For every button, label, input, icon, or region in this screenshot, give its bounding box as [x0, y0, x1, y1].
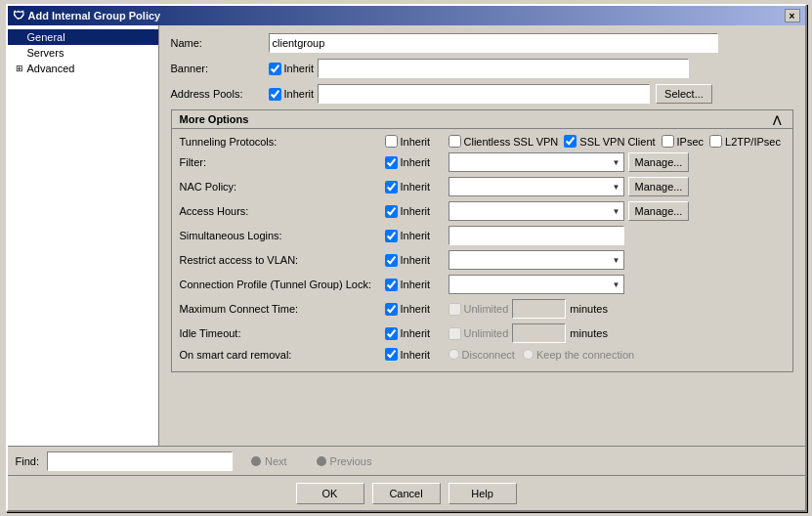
- sim-logins-inherit: Inherit: [385, 230, 449, 242]
- sidebar-item-servers[interactable]: Servers: [8, 45, 158, 61]
- sidebar-item-advanced[interactable]: ⊞ Advanced: [8, 61, 158, 76]
- select-button[interactable]: Select...: [656, 84, 712, 104]
- idle-timeout-unlimited-label: Unlimited: [449, 327, 509, 340]
- close-button[interactable]: ×: [785, 9, 800, 22]
- address-pools-label: Address Pools:: [171, 88, 269, 100]
- main-panel: Name: Banner: Inherit Address Pools: Inh…: [159, 25, 805, 446]
- nac-policy-label: NAC Policy:: [180, 181, 385, 193]
- tunneling-inherit: Inherit: [385, 135, 449, 148]
- sidebar: General Servers ⊞ Advanced: [8, 25, 159, 446]
- previous-button[interactable]: Previous: [306, 452, 383, 471]
- access-hours-row: Access Hours: Inherit ▼ Manage...: [180, 201, 785, 221]
- restrict-vlan-inherit-text: Inherit: [401, 254, 431, 266]
- access-hours-dropdown[interactable]: ▼: [449, 201, 624, 221]
- find-label: Find:: [16, 455, 39, 467]
- filter-dropdown[interactable]: ▼: [449, 152, 624, 172]
- sim-logins-input[interactable]: [449, 226, 624, 245]
- nac-manage-button[interactable]: Manage...: [628, 177, 690, 196]
- clientless-ssl-checkbox[interactable]: [449, 135, 461, 148]
- ssl-vpn-client-checkbox[interactable]: [564, 135, 577, 148]
- conn-profile-inherit-checkbox[interactable]: [385, 279, 398, 291]
- ssl-vpn-client-text: SSL VPN Client: [579, 136, 655, 148]
- help-button[interactable]: Help: [449, 483, 517, 504]
- address-pools-row: Address Pools: Inherit Select...: [171, 84, 793, 104]
- restrict-vlan-inherit: Inherit: [385, 254, 449, 267]
- l2tp-ipsec-label: L2TP/IPsec: [709, 135, 781, 148]
- tunneling-protocols-label: Tunneling Protocols:: [180, 136, 385, 148]
- tunneling-inherit-checkbox[interactable]: [385, 135, 398, 148]
- address-pools-inherit-label: Inherit: [269, 88, 315, 101]
- ipsec-checkbox[interactable]: [662, 135, 674, 148]
- max-connect-time-label: Maximum Connect Time:: [180, 303, 385, 315]
- smart-card-inherit-checkbox[interactable]: [385, 348, 398, 361]
- more-options-box: More Options ⋀ Tunneling Protocols: Inhe…: [171, 109, 793, 372]
- connection-profile-row: Connection Profile (Tunnel Group) Lock: …: [180, 275, 785, 294]
- nac-inherit-checkbox[interactable]: [385, 181, 398, 194]
- expand-icon: ⊞: [16, 64, 23, 73]
- filter-row: Filter: Inherit ▼ Manage...: [180, 152, 785, 172]
- restrict-vlan-row: Restrict access to VLAN: Inherit ▼: [180, 250, 785, 270]
- ok-button[interactable]: OK: [296, 483, 364, 504]
- ipsec-label: IPsec: [662, 135, 705, 148]
- title-bar-icon: 🛡: [13, 9, 24, 22]
- max-connect-inherit-checkbox[interactable]: [385, 303, 398, 316]
- connection-profile-dropdown[interactable]: ▼: [449, 275, 624, 294]
- restrict-vlan-inherit-checkbox[interactable]: [385, 254, 398, 267]
- disconnect-label: Disconnect: [449, 349, 515, 361]
- collapse-button[interactable]: ⋀: [769, 114, 785, 125]
- title-bar: 🛡 Add Internal Group Policy ×: [8, 6, 805, 25]
- filter-inherit-text: Inherit: [401, 156, 431, 168]
- nac-inherit-text: Inherit: [401, 181, 431, 193]
- name-input[interactable]: [269, 33, 718, 53]
- nac-dropdown[interactable]: ▼: [449, 177, 624, 196]
- smart-card-inherit: Inherit: [385, 348, 449, 361]
- banner-inherit-text: Inherit: [284, 63, 315, 74]
- max-connect-unlimited-checkbox[interactable]: [449, 303, 461, 316]
- restrict-vlan-dropdown[interactable]: ▼: [449, 250, 624, 270]
- l2tp-ipsec-checkbox[interactable]: [709, 135, 722, 148]
- title-bar-title: Add Internal Group Policy: [28, 10, 161, 22]
- nac-inherit: Inherit: [385, 181, 449, 194]
- address-pools-input[interactable]: [318, 84, 650, 104]
- find-bar: Find: Next Previous: [8, 446, 805, 475]
- idle-timeout-unlimited-checkbox[interactable]: [449, 327, 461, 340]
- access-hours-manage-button[interactable]: Manage...: [628, 201, 690, 221]
- ssl-vpn-client-label: SSL VPN Client: [564, 135, 655, 148]
- max-connect-inherit: Inherit: [385, 303, 449, 316]
- content-area: General Servers ⊞ Advanced Name: Banner:: [8, 25, 805, 446]
- next-button[interactable]: Next: [240, 452, 298, 471]
- clientless-ssl-label: Clientless SSL VPN: [449, 135, 559, 148]
- cancel-button[interactable]: Cancel: [372, 483, 441, 504]
- max-connect-time-row: Maximum Connect Time: Inherit Unlimited …: [180, 299, 785, 319]
- sim-logins-inherit-checkbox[interactable]: [385, 230, 398, 242]
- more-options-content: Tunneling Protocols: Inherit Clientless …: [172, 129, 792, 371]
- keep-connection-label: Keep the connection: [523, 349, 634, 361]
- access-hours-inherit-checkbox[interactable]: [385, 205, 398, 218]
- access-hours-inherit: Inherit: [385, 205, 449, 218]
- next-label: Next: [265, 455, 287, 467]
- max-connect-minutes-label: minutes: [570, 303, 608, 315]
- filter-manage-button[interactable]: Manage...: [628, 152, 690, 172]
- idle-timeout-minutes-label: minutes: [570, 327, 608, 339]
- nac-dropdown-arrow: ▼: [613, 183, 620, 192]
- more-options-title: More Options: [180, 113, 249, 125]
- idle-timeout-minutes-input[interactable]: [512, 323, 566, 343]
- sidebar-item-general[interactable]: General: [8, 29, 158, 45]
- keep-connection-radio[interactable]: [523, 349, 534, 360]
- address-pools-inherit-checkbox[interactable]: [269, 88, 281, 101]
- idle-timeout-label: Idle Timeout:: [180, 327, 385, 339]
- name-label: Name:: [171, 37, 269, 49]
- filter-inherit-checkbox[interactable]: [385, 156, 398, 169]
- idle-timeout-inherit: Inherit: [385, 327, 449, 340]
- conn-profile-inherit: Inherit: [385, 279, 449, 291]
- dialog-window: 🛡 Add Internal Group Policy × General Se…: [6, 4, 807, 512]
- banner-input[interactable]: [318, 59, 689, 78]
- keep-connection-text: Keep the connection: [536, 349, 634, 361]
- disconnect-radio[interactable]: [449, 349, 459, 360]
- find-input[interactable]: [47, 452, 233, 471]
- smart-card-row: On smart card removal: Inherit Disconnec…: [180, 348, 785, 361]
- max-connect-minutes-input[interactable]: [512, 299, 566, 319]
- disconnect-text: Disconnect: [462, 349, 515, 361]
- idle-timeout-inherit-checkbox[interactable]: [385, 327, 398, 340]
- banner-inherit-checkbox[interactable]: [269, 63, 281, 75]
